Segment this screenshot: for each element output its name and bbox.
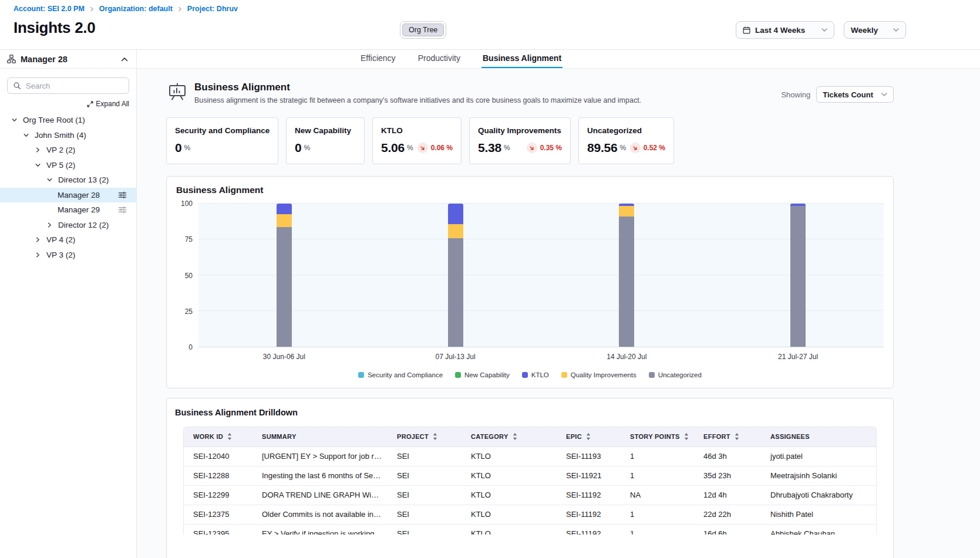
bar-segment-uncategorized[interactable] bbox=[790, 206, 806, 347]
chevron-right-icon[interactable] bbox=[34, 236, 41, 244]
breadcrumb-link[interactable]: Organization: default bbox=[99, 5, 173, 13]
date-range-select[interactable]: Last 4 Weeks bbox=[736, 21, 834, 39]
metric-unit: % bbox=[304, 144, 310, 152]
tree-item-vp-5-2[interactable]: VP 5 (2) bbox=[0, 158, 136, 173]
expand-all-button[interactable]: Expand All bbox=[87, 100, 129, 108]
chart-area: 0255075100 bbox=[176, 204, 884, 347]
bar-segment-quality-improvements[interactable] bbox=[619, 206, 634, 217]
drilldown-title: Business Alignment Drilldown bbox=[175, 408, 885, 417]
metric-label: KTLO bbox=[381, 126, 453, 135]
table-cell: NA bbox=[621, 485, 694, 505]
legend-item-ktlo[interactable]: KTLO bbox=[522, 371, 549, 378]
table-row[interactable]: SEI-12288Ingesting the last 6 months of … bbox=[184, 466, 876, 485]
column-header-summary[interactable]: SUMMARY bbox=[252, 427, 388, 447]
breadcrumb-separator-icon bbox=[90, 6, 94, 12]
column-header-project[interactable]: PROJECT bbox=[388, 427, 462, 447]
collapse-sidebar-icon[interactable] bbox=[121, 57, 128, 62]
search-box bbox=[7, 77, 129, 94]
bar-segment-ktlo[interactable] bbox=[448, 204, 463, 224]
table-row[interactable]: SEI-12395EY > Verify if ingestion is wor… bbox=[184, 524, 876, 535]
y-tick-label: 0 bbox=[188, 343, 193, 351]
bar-segment-quality-improvements[interactable] bbox=[448, 224, 463, 238]
metric-cards: Security and Compliance0%New Capability0… bbox=[166, 117, 894, 164]
bar-segment-quality-improvements[interactable] bbox=[277, 214, 292, 227]
table-cell: 12d 4h bbox=[694, 485, 761, 505]
metric-label: Quality Improvements bbox=[478, 126, 562, 135]
tree-item-label: VP 5 (2) bbox=[46, 161, 75, 170]
legend-label: KTLO bbox=[531, 371, 549, 378]
filter-sliders-icon[interactable] bbox=[118, 205, 127, 214]
metric-value: 0 bbox=[175, 141, 181, 155]
table-cell: Ingesting the last 6 months of ServiceN.… bbox=[252, 466, 388, 485]
chevron-down-icon[interactable] bbox=[11, 117, 18, 124]
bar-segment-uncategorized[interactable] bbox=[619, 217, 634, 347]
bar-segment-uncategorized[interactable] bbox=[448, 238, 463, 347]
chevron-down-icon[interactable] bbox=[22, 131, 29, 138]
column-header-category[interactable]: CATEGORY bbox=[462, 427, 557, 447]
tree-item-org-tree-root-1[interactable]: Org Tree Root (1) bbox=[0, 113, 136, 128]
column-header-story-points[interactable]: STORY POINTS bbox=[621, 427, 694, 447]
table-cell: KTLO bbox=[462, 505, 557, 524]
tree-item-director-12-2[interactable]: Director 12 (2) bbox=[0, 218, 136, 233]
column-header-inner: CATEGORY bbox=[471, 433, 552, 440]
column-header-epic[interactable]: EPIC bbox=[557, 427, 621, 447]
expand-arrows-icon bbox=[87, 101, 93, 107]
chevron-right-icon[interactable] bbox=[46, 221, 53, 228]
bar-segment-uncategorized[interactable] bbox=[277, 227, 292, 347]
sort-icon bbox=[684, 433, 689, 440]
table-cell: SEI bbox=[388, 485, 462, 505]
legend-item-quality-improvements[interactable]: Quality Improvements bbox=[561, 371, 637, 378]
bar-segment-ktlo[interactable] bbox=[619, 204, 634, 206]
metric-delta-value: 0.35 % bbox=[540, 144, 562, 152]
metric-delta-badge: 0.35 % bbox=[527, 143, 562, 153]
stacked-bar bbox=[277, 204, 292, 347]
table-row[interactable]: SEI-12299DORA TREND LINE GRAPH Widgets i… bbox=[184, 485, 876, 505]
tab-efficiency[interactable]: Efficiency bbox=[359, 50, 397, 68]
column-header-work-id[interactable]: WORK ID bbox=[184, 427, 252, 447]
tab-productivity[interactable]: Productivity bbox=[417, 50, 462, 68]
chevron-down-icon[interactable] bbox=[34, 161, 41, 168]
x-tick-label: 07 Jul-13 Jul bbox=[436, 353, 476, 361]
showing-select[interactable]: Tickets Count bbox=[816, 86, 894, 103]
bar-segment-ktlo[interactable] bbox=[790, 204, 806, 206]
metric-label: Uncategorized bbox=[587, 126, 665, 135]
legend-item-security-and-compliance[interactable]: Security and Compliance bbox=[358, 371, 443, 378]
chart-card: Business Alignment 0255075100 30 Jun-06 … bbox=[166, 176, 894, 388]
column-header-effort[interactable]: EFFORT bbox=[694, 427, 761, 447]
stacked-bar bbox=[619, 204, 634, 347]
table-cell: KTLO bbox=[462, 485, 557, 505]
granularity-select[interactable]: Weekly bbox=[844, 21, 906, 39]
tree-item-manager-29[interactable]: Manager 29 bbox=[0, 202, 136, 218]
tree-item-label: Director 13 (2) bbox=[58, 175, 109, 184]
search-input[interactable] bbox=[26, 82, 129, 90]
org-tree-button[interactable]: Org Tree bbox=[402, 23, 444, 36]
table-cell: 1 bbox=[621, 505, 694, 524]
tree-item-john-smith-4[interactable]: John Smith (4) bbox=[0, 128, 136, 143]
tree-item-label: VP 3 (2) bbox=[46, 251, 75, 259]
tree-item-director-13-2[interactable]: Director 13 (2) bbox=[0, 173, 136, 188]
chevron-down-icon[interactable] bbox=[46, 177, 53, 184]
legend-item-new-capability[interactable]: New Capability bbox=[455, 371, 510, 378]
breadcrumb-link[interactable]: Project: Dhruv bbox=[187, 5, 238, 13]
table-row[interactable]: SEI-12040[URGENT] EY > Support for job r… bbox=[184, 447, 876, 466]
tree-item-manager-28[interactable]: Manager 28 bbox=[0, 188, 136, 203]
metric-card-quality-improvements: Quality Improvements5.38%0.35 % bbox=[469, 117, 571, 164]
bar-segment-ktlo[interactable] bbox=[277, 204, 292, 214]
chevron-right-icon[interactable] bbox=[34, 251, 41, 258]
tree-item-vp-3-2[interactable]: VP 3 (2) bbox=[0, 248, 136, 263]
y-tick-label: 25 bbox=[185, 307, 193, 316]
legend-item-uncategorized[interactable]: Uncategorized bbox=[649, 371, 702, 378]
column-header-inner: ASSIGNEES bbox=[770, 433, 871, 440]
filter-sliders-icon[interactable] bbox=[118, 191, 127, 199]
breadcrumb-link[interactable]: Account: SEI 2.0 PM bbox=[14, 5, 85, 13]
table-header-row: WORK IDSUMMARYPROJECTCATEGORYEPICSTORY P… bbox=[184, 427, 876, 447]
tab-business-alignment[interactable]: Business Alignment bbox=[481, 50, 563, 68]
sort-icon bbox=[227, 433, 232, 440]
sidebar-header: Manager 28 bbox=[0, 50, 136, 69]
tree-item-label: VP 2 (2) bbox=[46, 146, 75, 154]
table-row[interactable]: SEI-12375Older Commits is not available … bbox=[184, 505, 876, 524]
tree-item-vp-4-2[interactable]: VP 4 (2) bbox=[0, 232, 136, 248]
chevron-right-icon[interactable] bbox=[34, 147, 41, 154]
tree-item-vp-2-2[interactable]: VP 2 (2) bbox=[0, 143, 136, 158]
column-header-assignees[interactable]: ASSIGNEES bbox=[761, 427, 876, 447]
